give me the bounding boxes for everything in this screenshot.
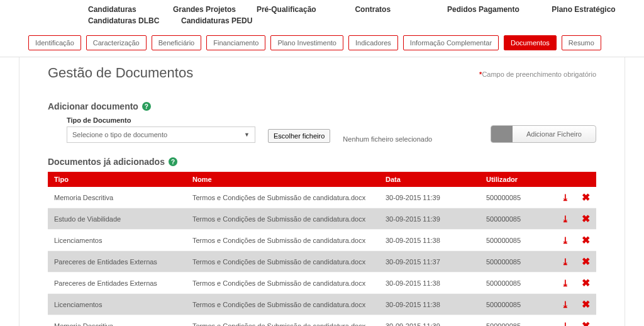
tabs-row: IdentificaçãoCaracterizaçãoBeneficiárioF…	[0, 30, 644, 57]
cell-data: 30-09-2015 11:38	[379, 273, 480, 294]
tab-indicadores[interactable]: Indicadores	[348, 35, 398, 50]
cell-user: 500000085	[480, 208, 555, 230]
delete-icon[interactable]: ✖	[582, 320, 590, 326]
cell-tipo: Memoria Descritiva	[48, 187, 186, 208]
top-nav-item[interactable]: Plano Estratégico	[552, 5, 644, 14]
doc-type-select[interactable]: Selecione o tipo de documento ▼	[67, 126, 255, 143]
table-row: Memoria DescritivaTermos e Condições de …	[48, 187, 596, 208]
cell-nome: Termos e Condições de Submissão de candi…	[186, 187, 379, 208]
top-nav-item[interactable]: Candidaturas PEDU	[181, 16, 275, 25]
tab-financiamento[interactable]: Financiamento	[206, 35, 265, 50]
cell-user: 500000085	[480, 294, 555, 315]
tab-resumo[interactable]: Resumo	[562, 35, 601, 50]
table-row: Estudo de ViabilidadeTermos e Condições …	[48, 208, 596, 230]
doc-type-field: Tipo de Documento Selecione o tipo de do…	[67, 116, 255, 143]
delete-icon[interactable]: ✖	[582, 235, 590, 245]
download-icon[interactable]: ⤓	[562, 321, 569, 327]
cell-data: 30-09-2015 11:39	[379, 315, 480, 327]
top-nav-item[interactable]: Contratos	[355, 5, 447, 14]
cell-nome: Termos e Condições de Submissão de candi…	[186, 251, 379, 273]
download-icon[interactable]: ⤓	[562, 257, 569, 267]
top-nav-item[interactable]: Candidaturas	[88, 5, 173, 14]
cell-nome: Termos e Condições de Submissão de candi…	[186, 208, 379, 230]
table-row: Pareceres de Entidades ExternasTermos e …	[48, 273, 596, 294]
no-file-text: Nenhum ficheiro selecionado	[343, 135, 432, 143]
tab-plano-investimento[interactable]: Plano Investimento	[270, 35, 343, 50]
doc-type-label: Tipo de Documento	[67, 116, 255, 124]
tab-benefici-rio[interactable]: Beneficiário	[152, 35, 201, 50]
delete-icon[interactable]: ✖	[582, 278, 590, 288]
page-title: Gestão de Documentos	[48, 65, 193, 81]
top-nav-item[interactable]: Pré-Qualificação	[257, 5, 355, 14]
top-nav: CandidaturasGrandes ProjetosPré-Qualific…	[0, 0, 644, 30]
cell-user: 500000085	[480, 251, 555, 273]
cell-data: 30-09-2015 11:39	[379, 187, 480, 208]
cell-data: 30-09-2015 11:37	[379, 251, 480, 273]
cell-data: 30-09-2015 11:38	[379, 230, 480, 251]
cell-tipo: Pareceres de Entidades Externas	[48, 251, 186, 273]
download-icon[interactable]: ⤓	[562, 193, 569, 203]
top-nav-item[interactable]: Grandes Projetos	[173, 5, 257, 14]
table-row: LicenciamentosTermos e Condições de Subm…	[48, 294, 596, 315]
th-data: Data	[379, 172, 480, 187]
download-icon[interactable]: ⤓	[562, 278, 569, 288]
table-row: Memoria DescritivaTermos e Condições de …	[48, 315, 596, 327]
cell-tipo: Pareceres de Entidades Externas	[48, 273, 186, 294]
download-icon[interactable]: ⤓	[562, 235, 569, 245]
chevron-down-icon: ▼	[244, 132, 250, 138]
tab-informa-o-complementar[interactable]: Informação Complementar	[403, 35, 499, 50]
delete-icon[interactable]: ✖	[582, 256, 590, 267]
documents-table: Tipo Nome Data Utilizador Memoria Descri…	[48, 172, 596, 326]
top-nav-item[interactable]: Pedidos Pagamento	[447, 5, 552, 14]
download-icon[interactable]: ⤓	[562, 300, 569, 310]
add-document-heading: Adicionar documento ?	[48, 101, 596, 111]
top-nav-item[interactable]: Candidaturas DLBC	[88, 16, 181, 25]
content-panel: Gestão de Documentos *Campo de preenchim…	[19, 57, 625, 326]
cell-user: 500000085	[480, 273, 555, 294]
tab-documentos[interactable]: Documentos	[504, 35, 557, 50]
download-icon[interactable]: ⤓	[562, 214, 569, 224]
existing-docs-heading: Documentos já adicionados ?	[48, 157, 596, 167]
cell-data: 30-09-2015 11:38	[379, 294, 480, 315]
cell-tipo: Licenciamentos	[48, 230, 186, 251]
cell-nome: Termos e Condições de Submissão de candi…	[186, 273, 379, 294]
delete-icon[interactable]: ✖	[582, 213, 590, 224]
cell-tipo: Licenciamentos	[48, 294, 186, 315]
cell-user: 500000085	[480, 187, 555, 208]
th-nome: Nome	[186, 172, 379, 187]
cell-nome: Termos e Condições de Submissão de candi…	[186, 230, 379, 251]
cell-user: 500000085	[480, 230, 555, 251]
cell-user: 500000085	[480, 315, 555, 327]
add-file-button[interactable]: Adicionar Ficheiro	[491, 125, 596, 143]
delete-icon[interactable]: ✖	[582, 299, 590, 310]
tab-caracteriza-o[interactable]: Caracterização	[86, 35, 147, 50]
cell-tipo: Memoria Descritiva	[48, 315, 186, 327]
help-icon[interactable]: ?	[169, 157, 177, 166]
cell-data: 30-09-2015 11:39	[379, 208, 480, 230]
delete-icon[interactable]: ✖	[582, 192, 590, 203]
cell-tipo: Estudo de Viabilidade	[48, 208, 186, 230]
tab-identifica-o[interactable]: Identificação	[28, 35, 81, 50]
cell-nome: Termos e Condições de Submissão de candi…	[186, 294, 379, 315]
table-row: Pareceres de Entidades ExternasTermos e …	[48, 251, 596, 273]
help-icon[interactable]: ?	[142, 102, 151, 111]
th-tipo: Tipo	[48, 172, 186, 187]
choose-file-button[interactable]: Escolher ficheiro	[268, 129, 330, 143]
cell-nome: Termos e Condições de Submissão de candi…	[186, 315, 379, 327]
add-icon	[491, 126, 513, 142]
required-note: *Campo de preenchimento obrigatório	[479, 70, 596, 78]
table-row: LicenciamentosTermos e Condições de Subm…	[48, 230, 596, 251]
th-user: Utilizador	[480, 172, 555, 187]
